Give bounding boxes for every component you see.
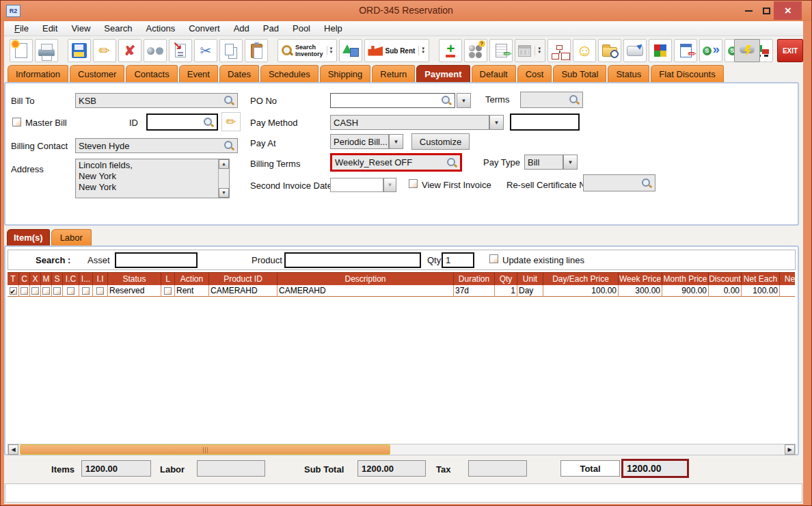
asset-input[interactable] [115, 252, 198, 268]
col-header-day-each-price[interactable]: Day/Each Price [543, 272, 619, 285]
scroll-down-icon[interactable] [219, 188, 229, 198]
row-cell-day-each-price[interactable]: 100.00 [543, 285, 619, 297]
address-field[interactable]: Lincoln fields, New York New York [75, 159, 230, 198]
po-no-search-icon[interactable] [441, 95, 452, 106]
id-edit-button[interactable] [221, 112, 241, 131]
row-cell-t[interactable] [8, 285, 19, 297]
doc-edit-button[interactable] [674, 39, 697, 62]
terms-field[interactable] [520, 92, 583, 108]
exit-button[interactable]: EXIT [777, 39, 803, 62]
tab-contacts[interactable]: Contacts [126, 65, 177, 82]
search-inventory-dropdown-icon[interactable] [327, 46, 334, 55]
pay-at-combo[interactable]: Periodic Bill... [330, 134, 389, 149]
tab-sub-total[interactable]: Sub Total [553, 65, 606, 82]
po-no-dropdown[interactable] [457, 93, 471, 108]
row-checkbox-x[interactable] [31, 287, 39, 295]
tab-payment[interactable]: Payment [416, 65, 470, 82]
menu-add[interactable]: Add [227, 22, 256, 35]
row-cell-l[interactable] [161, 285, 175, 297]
row-checkbox-i2[interactable] [82, 287, 90, 295]
title-bar[interactable]: R2 ORD-345 Reservation [1, 1, 811, 21]
scroll-right-icon[interactable] [785, 444, 795, 455]
col-header-description[interactable]: Description [278, 272, 454, 285]
scroll-left-icon[interactable] [8, 444, 18, 455]
notepad-button[interactable] [489, 39, 513, 62]
terms-search-icon[interactable] [569, 94, 580, 105]
row-cell-action[interactable]: Rent [175, 285, 209, 297]
menu-actions[interactable]: Actions [139, 22, 182, 35]
convert-shapes-button[interactable] [339, 39, 362, 62]
col-header-duration[interactable]: Duration [454, 272, 495, 285]
menu-convert[interactable]: Convert [182, 22, 227, 35]
bill-to-field[interactable]: KSB [75, 93, 238, 108]
col-header-net-each[interactable]: Net Each [742, 272, 780, 285]
billing-contact-field[interactable]: Steven Hyde [75, 138, 238, 153]
col-header-qty[interactable]: Qty [495, 272, 517, 285]
po-no-field[interactable] [330, 93, 455, 108]
id-field[interactable] [146, 114, 218, 131]
tab-flat-discounts[interactable]: Flat Discounts [651, 65, 723, 82]
col-header-ii[interactable]: I.I [93, 272, 108, 285]
menu-edit[interactable]: Edit [36, 22, 64, 35]
billing-contact-search-icon[interactable] [224, 140, 234, 151]
close-button[interactable] [774, 1, 802, 20]
billing-terms-field[interactable]: Weekly_Reset OFF [330, 153, 462, 172]
row-cell-ii[interactable] [93, 285, 108, 297]
row-cell-x[interactable] [30, 285, 41, 297]
row-cell-week-price[interactable]: 300.00 [619, 285, 662, 297]
col-header-week-price[interactable]: Week Price [619, 272, 662, 285]
tab-customer[interactable]: Customer [70, 65, 124, 82]
row-cell-net-disc[interactable]: 0.00 [780, 285, 795, 297]
row-cell-description[interactable]: CAMERAHD [278, 285, 454, 297]
transfer-button[interactable] [169, 39, 192, 62]
key-button[interactable] [623, 39, 647, 62]
sub-rent-dropdown-icon[interactable] [418, 46, 426, 55]
row-cell-product-id[interactable]: CAMERAHD [209, 285, 278, 297]
maximize-button[interactable] [758, 5, 774, 17]
second-invoice-date-dropdown[interactable] [383, 178, 396, 192]
pay-at-dropdown[interactable] [389, 134, 403, 149]
row-cell-c[interactable] [19, 285, 30, 297]
pay-type-combo[interactable]: Bill [524, 155, 563, 170]
tab-information[interactable]: Information [8, 65, 68, 82]
col-header-i2[interactable]: I... [79, 272, 93, 285]
update-existing-checkbox[interactable] [489, 254, 498, 263]
master-bill-checkbox[interactable] [12, 118, 21, 126]
tab-return[interactable]: Return [372, 65, 415, 82]
scrollbar-thumb[interactable] [20, 444, 390, 455]
row-checkbox-m[interactable] [42, 287, 50, 295]
col-header-c[interactable]: C [19, 272, 30, 285]
col-header-unit[interactable]: Unit [517, 272, 543, 285]
find-button[interactable] [144, 39, 167, 62]
row-cell-ic[interactable] [63, 285, 79, 297]
id-search-icon[interactable] [203, 117, 214, 128]
pay-method-combo[interactable]: CASH [330, 115, 489, 130]
tab-default[interactable]: Default [472, 65, 516, 82]
menu-pool[interactable]: Pool [286, 22, 317, 35]
col-header-month-price[interactable]: Month Price [662, 272, 709, 285]
col-header-product-id[interactable]: Product ID [209, 272, 278, 285]
col-header-discount[interactable]: Discount [709, 272, 742, 285]
table-row[interactable]: Reserved Rent CAMERAHD CAMERAHD 37d 1 Da… [8, 285, 795, 297]
menu-help[interactable]: Help [317, 22, 349, 35]
scroll-up-icon[interactable] [219, 159, 229, 169]
row-cell-qty[interactable]: 1 [495, 285, 517, 297]
resell-certificate-search-icon[interactable] [641, 178, 652, 189]
col-header-t[interactable]: T [8, 272, 19, 285]
address-scrollbar[interactable] [218, 159, 229, 198]
tab-shipping[interactable]: Shipping [320, 65, 371, 82]
row-cell-discount[interactable]: 0.00 [709, 285, 742, 297]
bill-to-search-icon[interactable] [224, 95, 234, 106]
col-header-net-disc[interactable]: Net Disc [780, 272, 795, 285]
row-checkbox-s[interactable] [53, 287, 61, 295]
col-header-m[interactable]: M [41, 272, 52, 285]
folder-button[interactable] [598, 39, 621, 62]
product-input[interactable] [284, 252, 421, 268]
sub-rent-button[interactable]: Sub Rent [364, 39, 429, 62]
delete-button[interactable] [118, 39, 141, 62]
tab-items[interactable]: Item(s) [7, 229, 50, 245]
col-header-s[interactable]: S [52, 272, 63, 285]
col-header-l[interactable]: L [161, 272, 175, 285]
row-cell-month-price[interactable]: 900.00 [662, 285, 709, 297]
row-cell-s[interactable] [52, 285, 63, 297]
